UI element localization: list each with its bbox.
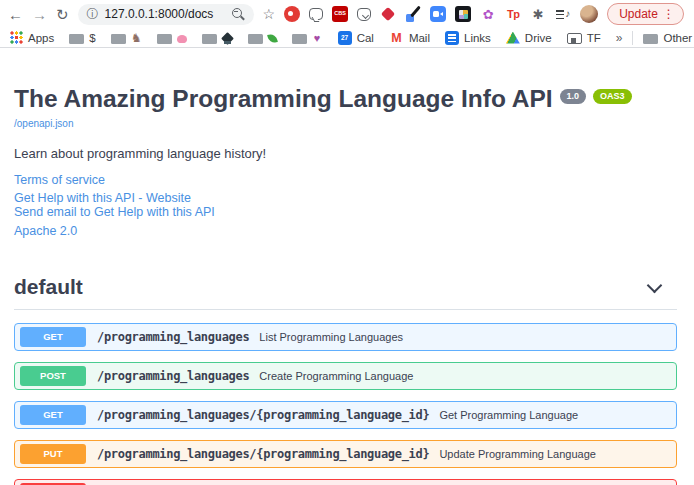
folder-icon — [202, 34, 217, 44]
extensions-row: CBS✿Tp✱♪ — [284, 6, 571, 22]
api-title-text: The Amazing Programming Language Info AP… — [14, 86, 553, 113]
bookmark-drive[interactable]: Drive — [506, 32, 552, 44]
folder-icon — [111, 34, 126, 44]
version-badge: 1.0 — [560, 89, 587, 104]
folder-icon — [643, 34, 658, 44]
folder-icon — [157, 34, 172, 44]
forward-arrow-icon[interactable]: → — [32, 7, 47, 22]
bookmark-label: Mail — [409, 32, 430, 44]
endpoint-row[interactable]: POST/programming_languagesCreate Program… — [14, 362, 677, 390]
endpoint-summary: Update Programming Language — [439, 448, 596, 460]
bookmark-folder-purple-heart[interactable] — [292, 32, 323, 44]
green-leaf-emblem-icon — [267, 33, 278, 44]
address-bar[interactable]: ⓘ 127.0.0.1:8000/docs — [78, 4, 254, 25]
gmail-m-icon: M — [389, 31, 404, 45]
endpoint-row[interactable]: DELETE/programming_languages/{programmin… — [14, 479, 677, 485]
bookmark-links[interactable]: Links — [445, 31, 491, 45]
endpoint-path: /programming_languages — [97, 369, 249, 383]
tf-card-icon — [567, 33, 582, 44]
folder-icon — [292, 34, 307, 44]
endpoint-summary: Get Programming Language — [439, 409, 578, 421]
browser-toolbar: ← → ↻ ⓘ 127.0.0.1:8000/docs ☆ CBS✿Tp✱♪ U… — [0, 0, 694, 28]
zoom-camera-extension-icon[interactable] — [430, 6, 446, 22]
bookmark-label: Apps — [28, 32, 54, 44]
back-arrow-icon[interactable]: ← — [8, 7, 23, 22]
links-list-icon — [445, 31, 459, 45]
grad-cap-emblem-icon — [222, 32, 233, 44]
endpoint-path: /programming_languages/{programming_lang… — [97, 408, 429, 422]
endpoint-path: /programming_languages — [97, 330, 249, 344]
tp-extension-icon[interactable]: Tp — [505, 6, 521, 22]
bookmarks-overflow-icon[interactable]: » — [616, 31, 623, 45]
endpoint-summary: Create Programming Language — [259, 370, 413, 382]
url-text[interactable]: 127.0.0.1:8000/docs — [105, 7, 226, 21]
endpoint-row[interactable]: GET/programming_languagesList Programmin… — [14, 323, 677, 351]
api-description: Learn about programming language history… — [14, 146, 677, 161]
speech-bubble-extension-icon[interactable] — [309, 8, 323, 20]
bookmark-apps[interactable]: Apps — [10, 31, 54, 44]
bookmark-folder-grad-cap[interactable] — [202, 32, 233, 44]
bookmark-folder-dollar[interactable]: $ — [69, 32, 95, 44]
contact-email-link[interactable]: Send email to Get Help with this API — [14, 205, 677, 219]
bookmark-folder-horse[interactable] — [111, 32, 142, 44]
bookmark-mail[interactable]: MMail — [389, 31, 430, 45]
openapi-spec-link[interactable]: /openapi.json — [14, 118, 74, 129]
kebab-menu-icon[interactable]: ⋮ — [663, 8, 675, 20]
chevron-down-icon[interactable] — [643, 278, 667, 296]
bookmarks-bar: Apps$27CalMMailLinksDriveTF » Other Book… — [0, 28, 694, 48]
bookmark-calendar[interactable]: 27Cal — [338, 31, 374, 45]
puzzle-extension-icon[interactable]: ✱ — [530, 6, 546, 22]
horse-emblem-icon — [131, 32, 142, 44]
purple-flower-extension-icon[interactable]: ✿ — [480, 6, 496, 22]
brain-emblem-icon — [177, 35, 187, 43]
red-circle-extension-icon[interactable] — [284, 6, 300, 22]
bookmark-tf[interactable]: TF — [567, 32, 601, 44]
endpoint-summary: List Programming Languages — [259, 331, 403, 343]
bookmark-folder-brain[interactable] — [157, 32, 187, 44]
update-button[interactable]: Update ⋮ — [607, 3, 684, 25]
update-label: Update — [619, 7, 658, 21]
terms-of-service-link[interactable]: Terms of service — [14, 173, 677, 187]
tag-section-header[interactable]: default — [14, 269, 677, 310]
page-title: The Amazing Programming Language Info AP… — [14, 86, 677, 113]
refresh-icon[interactable]: ↻ — [56, 7, 69, 22]
contact-website-link[interactable]: Get Help with this API - Website — [14, 191, 677, 205]
method-badge: POST — [20, 366, 86, 386]
red-diamond-extension-icon[interactable] — [380, 6, 396, 22]
bookmark-label: Drive — [525, 32, 552, 44]
bookmarks-right: » Other Bookmarks — [616, 31, 694, 45]
zoom-out-indicator-icon[interactable] — [232, 8, 245, 21]
swagger-content: The Amazing Programming Language Info AP… — [0, 48, 694, 485]
oas3-badge: OAS3 — [593, 89, 632, 104]
tag-section-title: default — [14, 275, 83, 299]
endpoint-path: /programming_languages/{programming_lang… — [97, 447, 429, 461]
bookmarks-items: Apps$27CalMMailLinksDriveTF — [10, 31, 601, 45]
page-info-icon[interactable]: ⓘ — [87, 8, 99, 20]
endpoint-row[interactable]: GET/programming_languages/{programming_l… — [14, 401, 677, 429]
pocket-extension-icon[interactable] — [357, 8, 371, 21]
other-bookmarks-folder[interactable]: Other Bookmarks — [643, 32, 694, 44]
endpoint-list: GET/programming_languagesList Programmin… — [14, 323, 677, 485]
bookmark-star-icon[interactable]: ☆ — [263, 7, 276, 21]
bookmark-label: Links — [464, 32, 491, 44]
dark-grid-extension-icon[interactable] — [455, 6, 471, 22]
purple-heart-emblem-icon — [312, 32, 323, 44]
method-badge: PUT — [20, 444, 86, 464]
method-badge: GET — [20, 405, 86, 425]
calendar-icon: 27 — [338, 31, 352, 45]
bookmarks-divider — [632, 31, 633, 45]
apps-grid-icon — [10, 31, 23, 44]
bookmark-folder-green-leaf[interactable] — [248, 32, 277, 44]
endpoint-row[interactable]: PUT/programming_languages/{programming_l… — [14, 440, 677, 468]
bookmark-label: Cal — [357, 32, 374, 44]
folder-icon — [248, 34, 263, 44]
cbs-badge-extension-icon[interactable]: CBS — [332, 6, 348, 22]
bookmark-label: TF — [587, 32, 601, 44]
eyedropper-extension-icon[interactable] — [405, 6, 421, 22]
license-link[interactable]: Apache 2.0 — [14, 224, 677, 238]
method-badge: GET — [20, 327, 86, 347]
playlist-music-extension-icon[interactable]: ♪ — [555, 6, 571, 22]
folder-icon — [69, 34, 84, 44]
user-avatar[interactable] — [580, 5, 598, 23]
info-links: Terms of service Get Help with this API … — [14, 173, 677, 238]
